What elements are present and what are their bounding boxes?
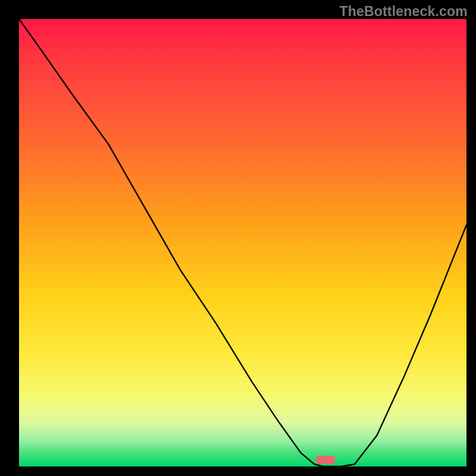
bottleneck-curve bbox=[19, 19, 466, 466]
optimal-marker bbox=[315, 456, 336, 464]
watermark-text: TheBottleneck.com bbox=[339, 4, 468, 20]
plot-area bbox=[19, 19, 466, 466]
curve-path bbox=[19, 19, 466, 466]
chart-frame: TheBottleneck.com bbox=[0, 0, 476, 476]
